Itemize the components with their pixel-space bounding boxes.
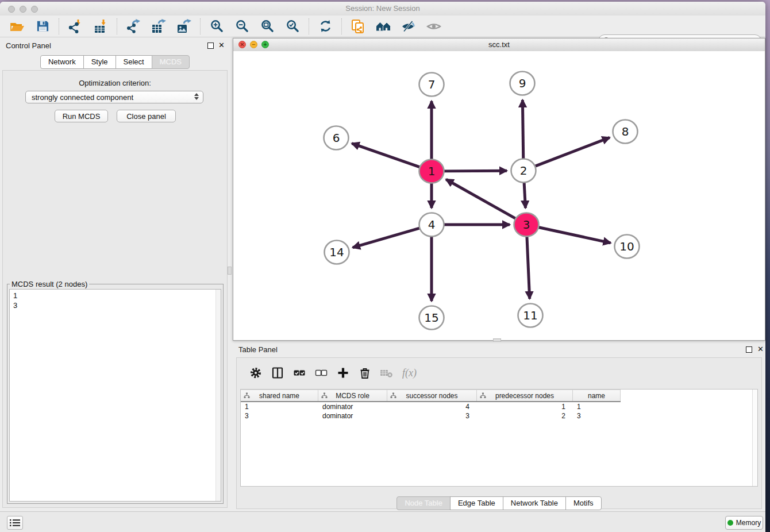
close-panel-button[interactable]: Close panel: [117, 110, 176, 122]
graph-node-10[interactable]: 10: [615, 235, 640, 259]
graph-node-6[interactable]: 6: [324, 126, 349, 150]
task-history-button[interactable]: [7, 516, 23, 530]
tab-style[interactable]: Style: [83, 55, 116, 69]
tab-select[interactable]: Select: [116, 55, 152, 69]
first-neighbors-icon[interactable]: [375, 18, 392, 34]
zoom-fit-icon[interactable]: [259, 18, 276, 34]
export-table-icon[interactable]: [150, 18, 167, 34]
screen: Session: New Session: [0, 0, 770, 532]
select-arrows-icon: [194, 93, 199, 100]
delete-column-icon[interactable]: [379, 365, 394, 380]
memory-label: Memory: [736, 519, 761, 527]
app-title: Session: New Session: [0, 4, 765, 13]
graph-edge-4-14[interactable]: [353, 228, 421, 248]
svg-text:10: 10: [619, 240, 634, 253]
tab-node-table[interactable]: Node Table: [396, 496, 451, 510]
zoom-in-icon[interactable]: [208, 18, 225, 34]
vertical-split-handle[interactable]: [228, 267, 232, 275]
export-image-icon[interactable]: [175, 18, 192, 34]
control-panel-tabs: NetworkStyleSelectMCDS: [0, 55, 230, 69]
criterion-select[interactable]: strongly connected component: [25, 91, 203, 103]
zoom-selected-icon[interactable]: [284, 18, 301, 34]
network-window-title: scc.txt: [233, 40, 765, 49]
svg-text:8: 8: [622, 125, 629, 138]
select-all-rows-icon[interactable]: [292, 365, 307, 380]
float-table-panel-icon[interactable]: [746, 346, 752, 353]
mcds-result-legend: MCDS result (2 nodes): [10, 280, 89, 288]
graph-node-15[interactable]: 15: [419, 306, 444, 330]
table-scrollbar[interactable]: [752, 390, 757, 486]
graph-node-9[interactable]: 9: [510, 72, 535, 95]
toolbar-separator: [309, 18, 309, 34]
export-network-icon[interactable]: [125, 18, 142, 34]
svg-text:3: 3: [523, 218, 530, 232]
tab-edge-table[interactable]: Edge Table: [450, 496, 503, 510]
network-window-titlebar[interactable]: ✕ − + scc.txt: [233, 38, 765, 52]
zoom-out-icon[interactable]: [233, 18, 251, 34]
svg-text:15: 15: [424, 311, 438, 325]
refresh-layout-icon[interactable]: [317, 18, 334, 34]
memory-button[interactable]: Memory: [725, 516, 763, 530]
show-columns-icon[interactable]: [270, 365, 285, 380]
app-titlebar[interactable]: Session: New Session: [0, 2, 765, 16]
function-builder-icon[interactable]: f(x): [402, 367, 417, 379]
svg-text:2: 2: [520, 164, 528, 178]
graph-edge-3-11[interactable]: [527, 236, 530, 299]
save-session-icon[interactable]: [34, 18, 51, 34]
tab-network-table[interactable]: Network Table: [503, 496, 566, 510]
svg-text:6: 6: [333, 131, 340, 145]
graph-node-3[interactable]: 3: [514, 213, 539, 237]
graph-node-11[interactable]: 11: [518, 304, 543, 327]
show-all-icon[interactable]: [425, 18, 442, 34]
tab-mcds[interactable]: MCDS: [152, 55, 190, 69]
optimization-criterion-label: Optimization criterion:: [0, 79, 230, 87]
result-scrollbar[interactable]: [215, 290, 221, 501]
graph-node-7[interactable]: 7: [419, 73, 444, 97]
node-table: shared nameMCDS rolesuccessor nodesprede…: [240, 389, 758, 487]
graph-edge-2-9[interactable]: [522, 100, 523, 159]
column-header-predecessor-nodes[interactable]: predecessor nodes: [477, 390, 573, 401]
close-panel-icon[interactable]: ✕: [218, 43, 225, 48]
graph-edge-3-10[interactable]: [538, 227, 611, 243]
table-row[interactable]: 1dominator411: [241, 402, 621, 411]
network-graph[interactable]: 1234678910111415: [233, 51, 765, 340]
clone-network-icon[interactable]: [349, 18, 367, 34]
graph-node-1[interactable]: 1: [419, 160, 444, 183]
graph-edge-1-2[interactable]: [443, 171, 507, 171]
column-header-MCDS-role[interactable]: MCDS role: [318, 390, 387, 401]
graph-edge-3-1[interactable]: [446, 179, 516, 219]
list-icon: [9, 518, 21, 527]
table-panel-body: f(x) shared nameMCDS rolesuccessor nodes…: [236, 357, 762, 509]
toolbar-separator: [59, 18, 59, 34]
run-mcds-button[interactable]: Run MCDS: [55, 110, 108, 122]
toolbar-separator: [200, 18, 201, 34]
column-header-name[interactable]: name: [573, 390, 621, 401]
graph-node-14[interactable]: 14: [325, 241, 349, 264]
graph-node-4[interactable]: 4: [419, 213, 444, 237]
svg-text:1: 1: [428, 164, 436, 178]
svg-text:11: 11: [523, 309, 537, 322]
svg-text:14: 14: [329, 245, 344, 259]
table-settings-icon[interactable]: [248, 365, 263, 380]
deselect-all-rows-icon[interactable]: [314, 365, 329, 380]
table-row[interactable]: 3dominator323: [241, 411, 621, 421]
tab-motifs[interactable]: Motifs: [565, 496, 602, 510]
delete-row-icon[interactable]: [357, 365, 372, 380]
import-network-icon[interactable]: [67, 18, 84, 34]
graph-edge-2-8[interactable]: [534, 137, 610, 166]
graph-node-8[interactable]: 8: [613, 120, 638, 144]
graph-node-2[interactable]: 2: [511, 159, 536, 183]
column-header-successor-nodes[interactable]: successor nodes: [387, 390, 477, 401]
tab-network[interactable]: Network: [40, 55, 84, 69]
add-column-icon[interactable]: [336, 365, 351, 380]
close-table-panel-icon[interactable]: ✕: [757, 346, 764, 352]
graph-edge-2-3[interactable]: [524, 182, 525, 208]
mcds-result-box[interactable]: 1 3: [9, 289, 221, 502]
graph-edge-1-6[interactable]: [352, 144, 421, 168]
float-panel-icon[interactable]: [207, 43, 214, 49]
column-header-shared-name[interactable]: shared name: [241, 390, 318, 401]
import-table-icon[interactable]: [92, 18, 109, 34]
open-session-icon[interactable]: [9, 18, 26, 34]
toolbar-separator: [117, 18, 117, 34]
hide-selected-icon[interactable]: [400, 18, 417, 34]
